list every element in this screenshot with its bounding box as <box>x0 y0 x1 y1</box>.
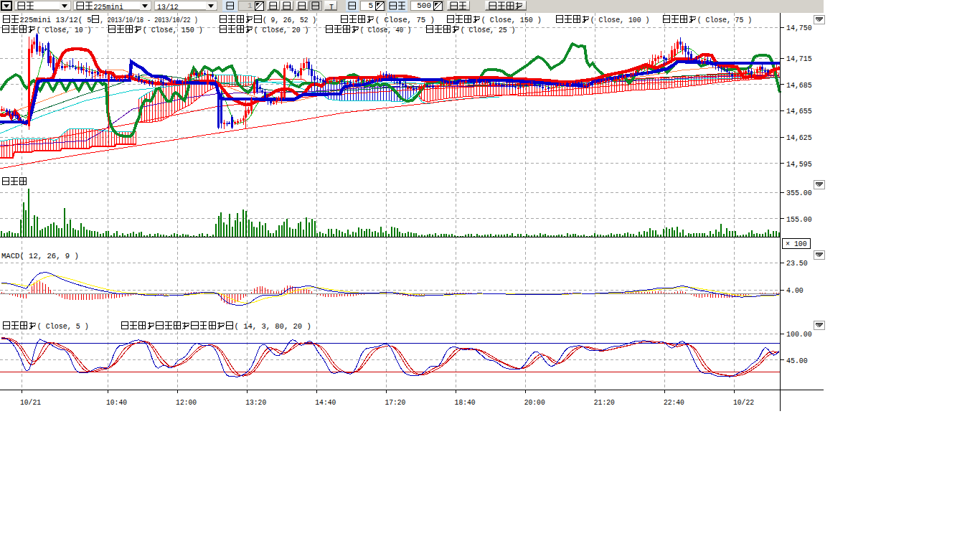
svg-text:18:40: 18:40 <box>455 397 476 407</box>
svg-text:( Close, 75 ): ( Close, 75 ) <box>697 15 752 24</box>
svg-text:10:40: 10:40 <box>106 397 127 407</box>
svg-text:21:20: 21:20 <box>594 397 615 407</box>
svg-text:355.00: 355.00 <box>786 188 812 197</box>
svg-text:17:20: 17:20 <box>385 397 405 407</box>
svg-text:14,750: 14,750 <box>786 23 812 32</box>
svg-text:( Close, 100 ): ( Close, 100 ) <box>590 15 650 24</box>
svg-text:T: T <box>329 2 334 11</box>
svg-text:( 14, 3, 80, 20 ): ( 14, 3, 80, 20 ) <box>235 321 311 331</box>
svg-text:22:40: 22:40 <box>664 397 684 407</box>
svg-text:( Close, 150 ): ( Close, 150 ) <box>143 25 203 34</box>
svg-text:45.00: 45.00 <box>786 356 808 365</box>
svg-text:( Close, 10 ): ( Close, 10 ) <box>37 25 92 34</box>
svg-text:20:00: 20:00 <box>524 397 545 407</box>
svg-text:( Close, 75 ): ( Close, 75 ) <box>375 15 435 24</box>
svg-text:( Close, 20 ): ( Close, 20 ) <box>254 25 309 34</box>
svg-text:( 9, 26, 52 ): ( 9, 26, 52 ) <box>263 15 316 24</box>
svg-text:× 100: × 100 <box>786 240 807 248</box>
svg-text:14,715: 14,715 <box>786 54 812 63</box>
svg-text:225mini 13/12( 5: 225mini 13/12( 5 <box>19 15 91 24</box>
svg-text:100.00: 100.00 <box>786 329 812 339</box>
svg-text:13:20: 13:20 <box>245 397 266 407</box>
svg-text:14,685: 14,685 <box>786 80 812 90</box>
svg-text:MACD( 12, 26, 9 ): MACD( 12, 26, 9 ) <box>1 251 79 260</box>
svg-text:12:00: 12:00 <box>176 397 197 407</box>
svg-text:13/12: 13/12 <box>157 2 179 11</box>
svg-text:( Close, 25 ): ( Close, 25 ) <box>461 25 516 34</box>
svg-text:14,595: 14,595 <box>786 159 812 169</box>
svg-text:14,655: 14,655 <box>786 106 812 116</box>
svg-text:, 2013/10/18 - 2013/10/22 ): , 2013/10/18 - 2013/10/22 ) <box>100 15 198 24</box>
svg-text:14,625: 14,625 <box>786 133 812 142</box>
svg-text:( Close, 150 ): ( Close, 150 ) <box>481 15 542 24</box>
svg-text:10/22: 10/22 <box>733 397 754 407</box>
svg-text:( Close, 40 ): ( Close, 40 ) <box>360 25 412 34</box>
svg-text:155.00: 155.00 <box>786 215 812 224</box>
svg-text:23.50: 23.50 <box>786 258 808 268</box>
svg-text:14:40: 14:40 <box>315 397 336 407</box>
svg-text:225mini: 225mini <box>93 2 123 11</box>
svg-text:( Close, 5 ): ( Close, 5 ) <box>37 321 89 331</box>
svg-text:4.00: 4.00 <box>786 286 804 295</box>
svg-text:10/21: 10/21 <box>20 397 41 407</box>
